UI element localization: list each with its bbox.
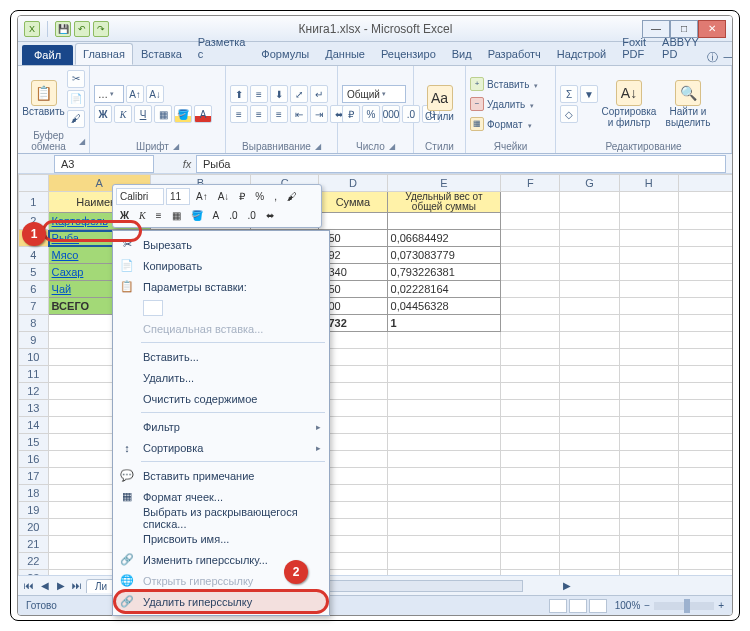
row-header[interactable]: 22 [19,553,49,570]
tab-developer[interactable]: Разработч [480,43,549,65]
font-name-combo[interactable]: … [94,85,124,103]
styles-gallery[interactable]: Aa Стили [418,85,461,123]
ctx-pick-from-list[interactable]: Выбрать из раскрывающегося списка... [115,507,327,528]
italic-button[interactable]: К [114,105,132,123]
row-header[interactable]: 21 [19,536,49,553]
ctx-cut[interactable]: ✂Вырезать [115,234,327,255]
cell[interactable]: Сумма [319,192,387,213]
hscroll-right[interactable]: ▶ [563,580,571,591]
zoom-out-icon[interactable]: − [644,600,650,611]
mini-font-color-icon[interactable]: A [209,207,224,224]
font-color-icon[interactable]: A [194,105,212,123]
formula-input[interactable]: Рыба [196,155,726,173]
align-center-icon[interactable]: ≡ [250,105,268,123]
align-bottom-icon[interactable]: ⬇ [270,85,288,103]
fx-icon[interactable]: fx [178,158,196,170]
save-icon[interactable]: 💾 [55,21,71,37]
decrease-font-icon[interactable]: A↓ [146,85,164,103]
mini-percent-icon[interactable]: % [251,188,268,205]
tab-addins[interactable]: Надстрой [549,43,614,65]
row-header[interactable]: 8 [19,315,49,332]
ctx-paste-icon-row[interactable] [115,297,327,318]
fill-color-icon[interactable]: 🪣 [174,105,192,123]
mini-dec-dec-icon[interactable]: .0 [244,207,260,224]
mini-font-name[interactable]: Calibri [116,188,164,205]
row-header[interactable]: 7 [19,298,49,315]
sheet-nav-prev[interactable]: ◀ [38,580,52,591]
align-right-icon[interactable]: ≡ [270,105,288,123]
hscroll-track[interactable] [323,580,523,592]
row-header[interactable]: 20 [19,519,49,536]
align-middle-icon[interactable]: ≡ [250,85,268,103]
orientation-icon[interactable]: ⤢ [290,85,308,103]
col-header-g[interactable]: G [560,175,619,192]
ctx-copy[interactable]: 📄Копировать [115,255,327,276]
col-header-d[interactable]: D [319,175,387,192]
ctx-delete[interactable]: Удалить... [115,367,327,388]
increase-indent-icon[interactable]: ⇥ [310,105,328,123]
tab-layout[interactable]: Разметка с [190,31,254,65]
ctx-sort[interactable]: ↕Сортировка▸ [115,437,327,458]
sheet-nav-next[interactable]: ▶ [54,580,68,591]
ctx-define-name[interactable]: Присвоить имя... [115,528,327,549]
ctx-filter[interactable]: Фильтр▸ [115,416,327,437]
tab-formulas[interactable]: Формулы [253,43,317,65]
delete-cells-button[interactable]: −Удалить [470,95,548,113]
mini-increase-font-icon[interactable]: A↑ [192,188,212,205]
border-icon[interactable]: ▦ [154,105,172,123]
percent-icon[interactable]: % [362,105,380,123]
mini-currency-icon[interactable]: ₽ [235,188,249,205]
ctx-insert[interactable]: Вставить... [115,346,327,367]
find-select-button[interactable]: 🔍 Найти и выделить [660,80,716,128]
redo-icon[interactable]: ↷ [93,21,109,37]
wrap-text-icon[interactable]: ↵ [310,85,328,103]
zoom-slider[interactable] [654,602,714,610]
row-header[interactable]: 10 [19,349,49,366]
bold-button[interactable]: Ж [94,105,112,123]
name-box[interactable]: A3 [54,155,154,173]
mini-format-painter-icon[interactable]: 🖌 [283,188,301,205]
help-icon[interactable]: ⓘ [707,50,718,65]
currency-icon[interactable]: ₽ [342,105,360,123]
row-header[interactable]: 23 [19,570,49,576]
mini-font-size[interactable]: 11 [166,188,190,205]
sort-filter-button[interactable]: A↓ Сортировка и фильтр [600,80,658,128]
col-header-i[interactable] [678,175,732,192]
row-header[interactable]: 15 [19,434,49,451]
sheet-nav-first[interactable]: ⏮ [22,580,36,591]
clear-icon[interactable]: ◇ [560,105,578,123]
align-left-icon[interactable]: ≡ [230,105,248,123]
format-cells-button[interactable]: ▦Формат [470,115,548,133]
tab-abbyy[interactable]: ABBYY PD [654,31,707,65]
tab-home[interactable]: Главная [75,43,133,65]
tab-insert[interactable]: Вставка [133,43,190,65]
row-header[interactable]: 9 [19,332,49,349]
col-header-h[interactable]: H [619,175,678,192]
undo-icon[interactable]: ↶ [74,21,90,37]
increase-font-icon[interactable]: A↑ [126,85,144,103]
mini-merge-icon[interactable]: ⬌ [262,207,278,224]
view-break-icon[interactable] [589,599,607,613]
cell[interactable]: Удельный вес от общей суммы [387,192,501,213]
col-header-e[interactable]: E [387,175,501,192]
row-header[interactable]: 13 [19,400,49,417]
ctx-clear-contents[interactable]: Очистить содержимое [115,388,327,409]
mini-comma-icon[interactable]: , [270,188,281,205]
view-layout-icon[interactable] [569,599,587,613]
cut-icon[interactable]: ✂ [67,70,85,88]
mini-fill-icon[interactable]: 🪣 [187,207,207,224]
comma-icon[interactable]: 000 [382,105,400,123]
fill-icon[interactable]: ▼ [580,85,598,103]
row-header[interactable]: 5 [19,264,49,281]
row-header[interactable]: 19 [19,502,49,519]
tab-view[interactable]: Вид [444,43,480,65]
doc-minimize-icon[interactable]: — [724,50,733,65]
mini-center-icon[interactable]: ≡ [152,207,166,224]
copy-icon[interactable]: 📄 [67,90,85,108]
row-header[interactable]: 14 [19,417,49,434]
tab-foxit[interactable]: Foxit PDF [614,31,654,65]
paste-button[interactable]: 📋 Вставить [22,80,65,118]
autosum-icon[interactable]: Σ [560,85,578,103]
ctx-format-cells[interactable]: ▦Формат ячеек... [115,486,327,507]
zoom-in-icon[interactable]: + [718,600,724,611]
